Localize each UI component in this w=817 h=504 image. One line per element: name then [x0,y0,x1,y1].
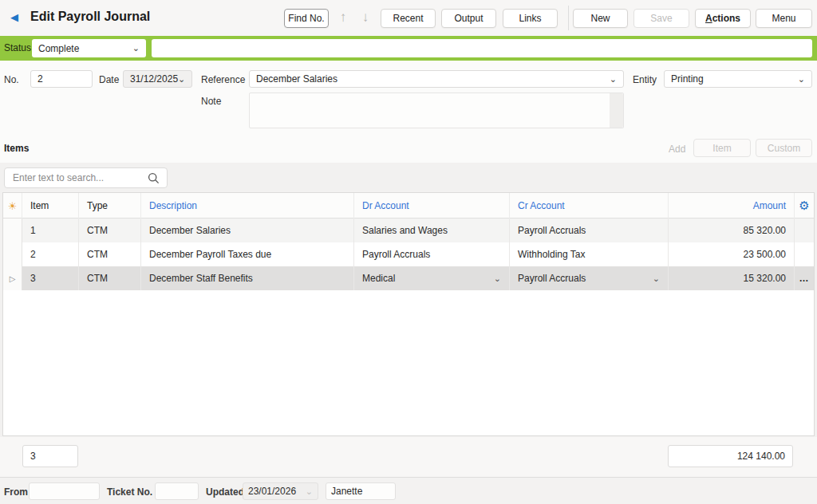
cell-row-menu[interactable] [795,242,814,266]
status-value: Complete [38,43,79,54]
cell-description[interactable]: December Salaries [141,219,354,242]
updated-date-dropdown[interactable]: 23/01/2026 ⌄ [243,482,318,500]
cell-dr-account[interactable]: Salaries and Wages [354,219,510,242]
summary-row: 3 124 140.00 [0,437,817,477]
cell-type[interactable]: CTM [79,242,141,266]
toolbar: ◀ Edit Payroll Journal Find No. ↑ ↓ Rece… [0,0,817,36]
search-box [4,167,168,188]
ticket-no-label: Ticket No. [107,486,152,498]
cell-item[interactable]: 3 [22,266,79,290]
items-panel: ☀ Item Type Description Dr Account Cr Ac… [0,163,817,477]
cell-amount[interactable]: 15 320.00 [669,266,795,290]
dr-account-value: Medical [362,273,395,284]
back-icon[interactable]: ◀ [10,11,18,23]
chevron-down-icon: ⌄ [798,75,805,84]
total-amount-box: 124 140.00 [668,445,793,467]
actions-accesskey: A [705,13,712,24]
cell-cr-account[interactable]: Withholding Tax [510,242,669,266]
row-count-box: 3 [22,445,78,467]
previous-record-icon[interactable]: ↑ [334,8,352,27]
note-scrollbar[interactable] [610,93,623,128]
no-value: 2 [37,73,43,85]
chevron-down-icon: ⌄ [653,274,660,283]
cell-row-menu[interactable] [795,219,814,242]
cell-type[interactable]: CTM [79,219,141,242]
table-row[interactable]: 2 CTM December Payroll Taxes due Payroll… [3,242,814,266]
next-record-icon[interactable]: ↓ [357,8,374,27]
status-bar: Status Complete ⌄ [0,36,817,61]
links-button[interactable]: Links [503,9,558,28]
column-header-dr-account[interactable]: Dr Account [354,193,510,219]
no-field[interactable]: 2 [30,70,93,88]
find-no-button[interactable]: Find No. [284,9,329,28]
items-grid: ☀ Item Type Description Dr Account Cr Ac… [2,192,815,436]
from-input[interactable] [29,482,100,500]
note-textarea[interactable] [249,93,624,128]
reference-label: Reference [201,74,245,85]
actions-label-rest: ctions [712,13,740,24]
no-label: No. [4,74,19,85]
cell-amount[interactable]: 85 320.00 [669,219,795,242]
row-indicator-cell[interactable]: ▷ [3,266,22,290]
chevron-down-icon: ⌄ [132,44,140,53]
cell-dr-account[interactable]: Payroll Accruals [354,242,510,266]
cell-item[interactable]: 2 [22,242,79,266]
note-label: Note [201,96,221,107]
chevron-down-icon: ⌄ [178,75,185,84]
recent-button[interactable]: Recent [381,9,436,28]
column-header-cr-account[interactable]: Cr Account [510,193,669,219]
edit-payroll-journal-window: ◀ Edit Payroll Journal Find No. ↑ ↓ Rece… [0,0,817,504]
updated-date-value: 23/01/2026 [248,486,296,497]
add-custom-button: Custom [756,139,812,157]
cell-dr-account-dropdown[interactable]: Medical ⌄ [354,266,510,290]
cell-cr-account[interactable]: Payroll Accruals [510,219,669,242]
entity-label: Entity [633,74,657,85]
page-title: Edit Payroll Journal [30,10,150,24]
updated-by-value: Janette [331,486,362,497]
gear-icon: ⚙ [799,199,809,213]
date-dropdown[interactable]: 31/12/2025 ⌄ [123,70,192,88]
chevron-down-icon: ⌄ [306,487,313,496]
output-button[interactable]: Output [441,9,496,28]
row-indicator-cell[interactable] [3,219,22,242]
cell-amount[interactable]: 23 500.00 [669,242,795,266]
cell-description[interactable]: December Staff Benefits [141,266,354,290]
column-header-description[interactable]: Description [141,193,354,219]
reference-value: December Salaries [256,73,337,85]
row-indicator-cell[interactable] [3,242,22,266]
entity-dropdown[interactable]: Printing ⌄ [664,70,812,88]
grid-corner-cell[interactable]: ☀ [3,193,22,219]
add-label: Add [669,144,685,155]
ticket-no-input[interactable] [155,482,199,500]
cr-account-value: Payroll Accruals [518,273,586,284]
cell-item[interactable]: 1 [22,219,79,242]
status-text-input[interactable] [152,39,812,57]
add-item-button: Item [693,139,751,157]
cell-description[interactable]: December Payroll Taxes due [141,242,354,266]
toolbar-divider [568,6,569,30]
new-button[interactable]: New [573,9,628,28]
table-row[interactable]: 1 CTM December Salaries Salaries and Wag… [3,219,814,242]
row-indicator-icon: ▷ [10,274,16,283]
actions-button[interactable]: Actions [695,9,751,28]
status-dropdown[interactable]: Complete ⌄ [32,39,146,57]
date-label: Date [99,74,119,85]
grid-settings-cell[interactable]: ⚙ [795,193,814,219]
search-icon[interactable] [148,172,160,184]
table-row-selected[interactable]: ▷ 3 CTM December Staff Benefits Medical … [3,266,814,290]
footer-bar: From Ticket No. Updated 23/01/2026 ⌄ Jan… [0,477,817,504]
row-ellipsis-button[interactable]: … [795,266,814,290]
cell-type[interactable]: CTM [79,266,141,290]
updated-by-field[interactable]: Janette [326,482,396,500]
date-value: 31/12/2025 [130,73,178,85]
grid-header-row: ☀ Item Type Description Dr Account Cr Ac… [3,193,814,219]
search-input[interactable] [5,168,145,187]
chevron-down-icon: ⌄ [610,75,617,84]
column-header-type[interactable]: Type [79,193,141,219]
cell-cr-account-dropdown[interactable]: Payroll Accruals ⌄ [510,266,669,290]
reference-dropdown[interactable]: December Salaries ⌄ [249,70,624,88]
column-header-item[interactable]: Item [22,193,79,219]
menu-button[interactable]: Menu [756,9,812,28]
save-button: Save [633,9,689,28]
column-header-amount[interactable]: Amount [669,193,795,219]
